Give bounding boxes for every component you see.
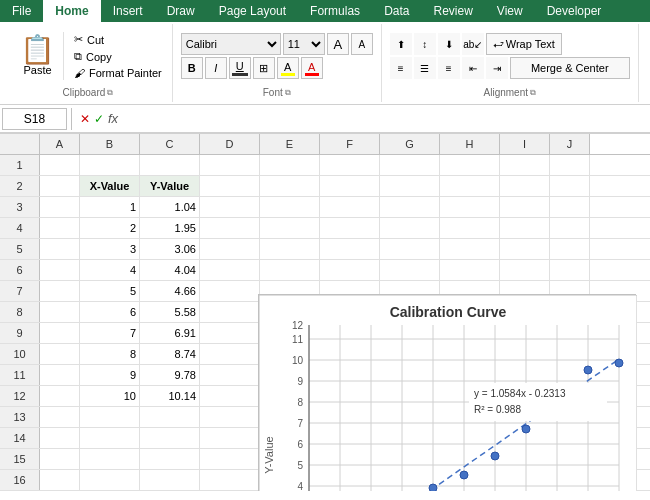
spreadsheet-cell[interactable] (320, 218, 380, 238)
align-top-button[interactable]: ⬆ (390, 33, 412, 55)
spreadsheet-cell[interactable] (500, 197, 550, 217)
tab-data[interactable]: Data (372, 0, 421, 22)
spreadsheet-cell[interactable] (40, 323, 80, 343)
spreadsheet-cell[interactable] (380, 176, 440, 196)
copy-button[interactable]: ⧉ Copy (72, 49, 164, 64)
spreadsheet-cell[interactable] (40, 449, 80, 469)
fill-color-button[interactable]: A (277, 57, 299, 79)
spreadsheet-cell[interactable]: 8.74 (140, 344, 200, 364)
increase-font-size-button[interactable]: A (327, 33, 349, 55)
tab-draw[interactable]: Draw (155, 0, 207, 22)
spreadsheet-cell[interactable]: 5.58 (140, 302, 200, 322)
tab-insert[interactable]: Insert (101, 0, 155, 22)
col-header-F[interactable]: F (320, 134, 380, 154)
spreadsheet-cell[interactable] (200, 218, 260, 238)
spreadsheet-cell[interactable] (200, 302, 260, 322)
spreadsheet-cell[interactable] (380, 197, 440, 217)
spreadsheet-cell[interactable] (500, 218, 550, 238)
spreadsheet-cell[interactable] (550, 260, 590, 280)
spreadsheet-cell[interactable] (200, 281, 260, 301)
spreadsheet-cell[interactable]: 4 (80, 260, 140, 280)
spreadsheet-cell[interactable] (380, 218, 440, 238)
spreadsheet-cell[interactable]: 1 (80, 197, 140, 217)
orient-button[interactable]: ab↙ (462, 33, 484, 55)
spreadsheet-cell[interactable] (140, 470, 200, 490)
spreadsheet-cell[interactable] (140, 449, 200, 469)
spreadsheet-cell[interactable] (500, 176, 550, 196)
spreadsheet-cell[interactable] (40, 302, 80, 322)
spreadsheet-cell[interactable] (260, 218, 320, 238)
spreadsheet-cell[interactable] (550, 197, 590, 217)
formula-input[interactable] (122, 112, 648, 126)
wrap-text-button[interactable]: ⮐ Wrap Text (486, 33, 562, 55)
spreadsheet-cell[interactable]: Y-Value (140, 176, 200, 196)
spreadsheet-cell[interactable]: 6.91 (140, 323, 200, 343)
spreadsheet-cell[interactable] (500, 155, 550, 175)
spreadsheet-cell[interactable] (380, 155, 440, 175)
font-name-select[interactable]: Calibri (181, 33, 281, 55)
tab-home[interactable]: Home (43, 0, 100, 22)
spreadsheet-cell[interactable]: X-Value (80, 176, 140, 196)
tab-page-layout[interactable]: Page Layout (207, 0, 298, 22)
col-header-I[interactable]: I (500, 134, 550, 154)
spreadsheet-cell[interactable] (80, 407, 140, 427)
col-header-H[interactable]: H (440, 134, 500, 154)
spreadsheet-cell[interactable] (200, 260, 260, 280)
spreadsheet-cell[interactable] (320, 155, 380, 175)
spreadsheet-cell[interactable] (80, 428, 140, 448)
tab-view[interactable]: View (485, 0, 535, 22)
italic-button[interactable]: I (205, 57, 227, 79)
spreadsheet-cell[interactable] (440, 197, 500, 217)
merge-center-button[interactable]: Merge & Center (510, 57, 630, 79)
spreadsheet-cell[interactable]: 2 (80, 218, 140, 238)
tab-formulas[interactable]: Formulas (298, 0, 372, 22)
col-header-G[interactable]: G (380, 134, 440, 154)
spreadsheet-cell[interactable] (200, 386, 260, 406)
spreadsheet-cell[interactable] (440, 218, 500, 238)
spreadsheet-cell[interactable] (440, 239, 500, 259)
cell-reference-input[interactable] (2, 108, 67, 130)
spreadsheet-cell[interactable] (380, 239, 440, 259)
spreadsheet-cell[interactable] (200, 239, 260, 259)
spreadsheet-cell[interactable] (40, 428, 80, 448)
font-size-select[interactable]: 11 (283, 33, 325, 55)
spreadsheet-cell[interactable]: 9.78 (140, 365, 200, 385)
spreadsheet-cell[interactable] (200, 449, 260, 469)
format-painter-button[interactable]: 🖌 Format Painter (72, 66, 164, 80)
col-header-J[interactable]: J (550, 134, 590, 154)
tab-developer[interactable]: Developer (535, 0, 614, 22)
spreadsheet-cell[interactable] (40, 281, 80, 301)
spreadsheet-cell[interactable]: 7 (80, 323, 140, 343)
spreadsheet-cell[interactable] (40, 470, 80, 490)
spreadsheet-cell[interactable]: 5 (80, 281, 140, 301)
spreadsheet-cell[interactable] (440, 176, 500, 196)
spreadsheet-cell[interactable] (200, 428, 260, 448)
spreadsheet-cell[interactable] (200, 176, 260, 196)
spreadsheet-cell[interactable] (40, 365, 80, 385)
border-button[interactable]: ⊞ (253, 57, 275, 79)
cancel-formula-icon[interactable]: ✕ (80, 112, 90, 126)
fx-icon[interactable]: fx (108, 111, 118, 126)
spreadsheet-cell[interactable] (550, 239, 590, 259)
spreadsheet-cell[interactable] (40, 239, 80, 259)
spreadsheet-cell[interactable] (40, 218, 80, 238)
cut-button[interactable]: ✂ Cut (72, 32, 164, 47)
paste-button[interactable]: 📋 Paste (12, 32, 64, 80)
spreadsheet-cell[interactable]: 10.14 (140, 386, 200, 406)
spreadsheet-cell[interactable] (550, 155, 590, 175)
spreadsheet-cell[interactable] (550, 176, 590, 196)
align-left-button[interactable]: ≡ (390, 57, 412, 79)
col-header-C[interactable]: C (140, 134, 200, 154)
spreadsheet-cell[interactable] (140, 155, 200, 175)
spreadsheet-cell[interactable] (320, 239, 380, 259)
spreadsheet-cell[interactable] (200, 407, 260, 427)
decrease-indent-button[interactable]: ⇤ (462, 57, 484, 79)
tab-file[interactable]: File (0, 0, 43, 22)
spreadsheet-cell[interactable] (200, 155, 260, 175)
spreadsheet-cell[interactable]: 9 (80, 365, 140, 385)
spreadsheet-cell[interactable] (40, 176, 80, 196)
spreadsheet-cell[interactable] (440, 260, 500, 280)
alignment-expand-icon[interactable]: ⧉ (530, 88, 536, 98)
spreadsheet-cell[interactable]: 4.66 (140, 281, 200, 301)
spreadsheet-cell[interactable] (40, 407, 80, 427)
